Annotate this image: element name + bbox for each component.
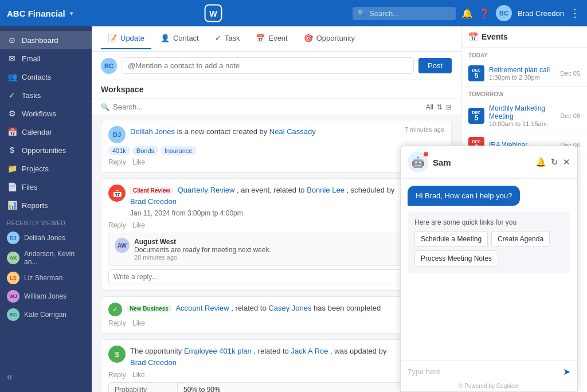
reply-2[interactable]: Reply bbox=[108, 221, 126, 229]
feed-link-brad-2[interactable]: Brad Creedon bbox=[130, 197, 177, 206]
recent-item-kate[interactable]: KC Kate Corrigan bbox=[0, 305, 92, 324]
sidebar-item-calendar[interactable]: 📅 Calendar bbox=[0, 123, 92, 141]
chat-avatar-wrap: 🤖 bbox=[408, 152, 428, 173]
feed-text-4c: , was updated by bbox=[330, 347, 386, 355]
like-3[interactable]: Like bbox=[132, 319, 145, 327]
client-review-badge: Client Review bbox=[130, 187, 173, 194]
process-meeting-notes-button[interactable]: Process Meeting Notes bbox=[414, 250, 498, 266]
recent-avatar-ls: LS bbox=[7, 272, 19, 284]
notifications-icon[interactable]: 🔔 bbox=[461, 8, 473, 19]
tag-401k-1[interactable]: 401k bbox=[108, 146, 130, 155]
tab-update[interactable]: 📝 Update bbox=[101, 28, 151, 49]
feed-link-brad-4[interactable]: Brad Creedon bbox=[130, 358, 177, 367]
sidebar-item-files[interactable]: 📄 Files bbox=[0, 178, 92, 196]
post-input[interactable] bbox=[122, 57, 414, 74]
schedule-meeting-button[interactable]: Schedule a Meeting bbox=[414, 231, 488, 247]
chat-header: 🤖 Sam 🔔 ↻ ✕ bbox=[401, 146, 577, 179]
sidebar-label-projects: Projects bbox=[22, 164, 49, 173]
sidebar-label-files: Files bbox=[22, 183, 37, 191]
feed-link-jack-roe[interactable]: Jack A Roe bbox=[291, 347, 328, 355]
recent-item-william[interactable]: WJ William Jones bbox=[0, 287, 92, 305]
sub-card-time: 28 minutes ago bbox=[134, 254, 271, 261]
sidebar-item-dashboard[interactable]: ⊙ Dashboard bbox=[0, 31, 92, 49]
recent-item-delilah[interactable]: DJ Delilah Jones bbox=[0, 229, 92, 247]
feed-link-quarterly[interactable]: Quarterly Review bbox=[178, 186, 235, 194]
brand-name: ABC Financial bbox=[7, 9, 65, 18]
tab-opportunity[interactable]: 🎯 Opportunity bbox=[297, 28, 362, 49]
tab-contact[interactable]: 👤 Contact bbox=[154, 28, 206, 49]
tab-bar: 📝 Update 👤 Contact ✓ Task 📅 Event 🎯 bbox=[92, 26, 461, 52]
recent-item-anderson[interactable]: AK Anderson, Kevin an... bbox=[0, 247, 92, 269]
recent-label-kc: Kate Corrigan bbox=[24, 311, 66, 319]
update-tab-icon: 📝 bbox=[108, 34, 117, 42]
event-item-retirement[interactable]: DEC 5 Retirement plan call 1:30pm to 2:3… bbox=[461, 61, 587, 87]
workspace-header: Workspace bbox=[92, 80, 461, 99]
sidebar: ⊙ Dashboard ✉ Email 👥 Contacts ✓ Tasks ⚙… bbox=[0, 26, 92, 392]
create-agenda-button[interactable]: Create Agenda bbox=[491, 231, 550, 247]
post-button[interactable]: Post bbox=[418, 58, 452, 73]
like-4[interactable]: Like bbox=[132, 371, 145, 379]
event-time-retirement: 1:30pm to 2:30pm bbox=[489, 74, 555, 81]
chat-send-button[interactable]: ➤ bbox=[563, 366, 570, 377]
sidebar-label-workflows: Workflows bbox=[22, 109, 56, 118]
sidebar-collapse-btn[interactable]: « bbox=[0, 366, 92, 387]
reply-4[interactable]: Reply bbox=[108, 371, 126, 379]
tab-event-label: Event bbox=[268, 34, 287, 42]
event-row-marketing: DEC 5 Monthly Marketing Meeting 10:00am … bbox=[468, 104, 580, 127]
tag-bonds[interactable]: Bonds bbox=[132, 146, 158, 155]
chat-close-button[interactable]: ✕ bbox=[563, 157, 570, 167]
chat-refresh-button[interactable]: ↻ bbox=[551, 157, 558, 167]
logo-icon: W bbox=[204, 4, 222, 22]
tab-task[interactable]: ✓ Task bbox=[208, 28, 247, 49]
feed-link-casey[interactable]: Casey Jones bbox=[268, 304, 311, 312]
feed-link-account-review[interactable]: Account Review bbox=[175, 304, 229, 312]
tag-insurance[interactable]: Insurance bbox=[161, 146, 196, 155]
recent-item-liz[interactable]: LS Liz Sherman bbox=[0, 269, 92, 287]
chat-panel: 🤖 Sam 🔔 ↻ ✕ Hi Brad, How can I help you?… bbox=[400, 146, 578, 392]
brand[interactable]: ABC Financial ▼ bbox=[7, 9, 75, 18]
feed-item-2-header: 📅 Client Review Quarterly Review , an ev… bbox=[108, 185, 444, 218]
user-menu-icon[interactable]: ⋮ bbox=[570, 7, 580, 19]
event-day-1: 5 bbox=[475, 72, 479, 79]
event-item-marketing[interactable]: DEC 5 Monthly Marketing Meeting 10:00am … bbox=[461, 100, 587, 132]
feed-link-dj[interactable]: Delilah Jones bbox=[130, 127, 175, 136]
sub-card-text: Documents are ready for meeting next wee… bbox=[134, 246, 271, 254]
user-avatar[interactable]: BC bbox=[496, 5, 512, 21]
filter-sort-icon: ⇅ bbox=[437, 103, 443, 111]
workspace-filter[interactable]: All ⇅ ⊟ bbox=[426, 103, 452, 111]
feed-link-401k-plan[interactable]: Employee 401k plan bbox=[184, 347, 252, 355]
search-input[interactable] bbox=[369, 9, 449, 18]
sidebar-item-tasks[interactable]: ✓ Tasks bbox=[0, 86, 92, 104]
chat-input[interactable] bbox=[408, 367, 558, 376]
like-2[interactable]: Like bbox=[132, 221, 145, 229]
contacts-icon: 👥 bbox=[7, 72, 17, 81]
feed-link-neal[interactable]: Neal Cassady bbox=[269, 127, 316, 136]
sidebar-item-projects[interactable]: 📁 Projects bbox=[0, 159, 92, 178]
sidebar-item-email[interactable]: ✉ Email bbox=[0, 49, 92, 68]
workspace-search-input[interactable] bbox=[113, 103, 422, 111]
reply-1[interactable]: Reply bbox=[108, 158, 126, 166]
search-icon: 🔍 bbox=[357, 9, 366, 17]
sidebar-item-contacts[interactable]: 👥 Contacts bbox=[0, 68, 92, 86]
recently-viewed-section: Recently Viewed bbox=[0, 214, 92, 229]
help-icon[interactable]: ❓ bbox=[479, 8, 490, 19]
sidebar-item-opportunities[interactable]: $ Opportunities bbox=[0, 141, 92, 159]
sidebar-item-reports[interactable]: 📊 Reports bbox=[0, 196, 92, 214]
sidebar-item-workflows[interactable]: ⚙ Workflows bbox=[0, 104, 92, 123]
quick-links-card: Here are some quick links for you Schedu… bbox=[408, 211, 570, 273]
email-icon: ✉ bbox=[7, 54, 17, 63]
reply-input-2[interactable] bbox=[108, 269, 444, 284]
event-day-2: 5 bbox=[475, 115, 479, 121]
feed-text-4b: , related to bbox=[253, 347, 291, 355]
search-box[interactable]: 🔍 bbox=[353, 7, 456, 20]
feed-link-bonnie[interactable]: Bonnie Lee bbox=[307, 186, 345, 194]
feed-item-3-header: ✓ New Business Account Review , related … bbox=[108, 303, 444, 316]
chat-bell-button[interactable]: 🔔 bbox=[535, 157, 546, 167]
like-1[interactable]: Like bbox=[132, 158, 145, 166]
reply-3[interactable]: Reply bbox=[108, 319, 126, 327]
task-tab-icon: ✓ bbox=[215, 34, 221, 42]
quick-link-grid: Schedule a Meeting Create Agenda Process… bbox=[414, 231, 563, 266]
feed-content-1: Delilah Jones is a new contact created b… bbox=[130, 126, 400, 138]
tab-event[interactable]: 📅 Event bbox=[249, 28, 294, 49]
chat-greeting: Hi Brad, How can I help you? bbox=[408, 186, 520, 206]
